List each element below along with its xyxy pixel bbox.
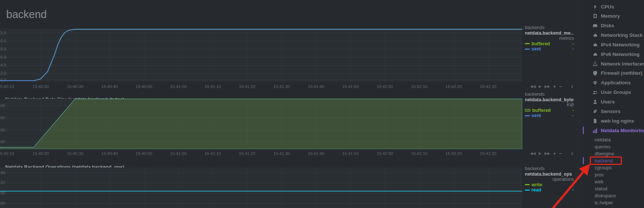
sidebar-subitem-netdata[interactable]: netdata	[582, 136, 644, 143]
sidebar-item-label: Sensors	[601, 109, 620, 114]
chart-plot-backend-bytes[interactable]: 00000000	[0, 99, 522, 149]
sidebar-item-label: Applications	[601, 80, 631, 85]
time-axis-label: 15:42:00	[377, 84, 393, 89]
time-axis-label: 15:41:20	[239, 84, 256, 89]
sidebar-subitem-label: proc	[595, 172, 604, 177]
cloud-icon	[592, 52, 598, 57]
sidebar-item-sensors[interactable]: Sensors	[582, 107, 644, 116]
chart-series	[0, 99, 522, 149]
chart-plot-backend-ops[interactable]: 40200080	[0, 168, 522, 208]
legend-series-sent[interactable]: sent-	[525, 46, 574, 52]
time-axis-label: 15:41:00	[170, 84, 187, 89]
sidebar-subitem-web[interactable]: web	[582, 178, 644, 185]
time-axis-label: 15:41:30	[273, 151, 290, 156]
sidebar-item-networking-stack[interactable]: Networking Stack	[582, 31, 644, 40]
sidebar-subitem-cgroups[interactable]: cgroups	[582, 164, 644, 171]
time-axis-label: 15:40:20	[32, 84, 49, 89]
sidebar-item-label: CPUs	[601, 4, 614, 10]
time-axis-label: 15:42:30	[480, 84, 496, 89]
sidebar-item-applications[interactable]: Applications	[582, 78, 644, 87]
legend-unit: KiB	[525, 102, 574, 108]
legend-series-value: -	[572, 108, 574, 113]
sidebar-item-ipv4-networking[interactable]: IPv4 Networking	[582, 40, 644, 49]
resize-handle-icon[interactable]: ▲▼	[571, 85, 574, 88]
legend-family: backends	[525, 25, 574, 31]
sidebar-item-network-interfaces[interactable]: Network Interfaces	[582, 59, 644, 68]
page-title: backend	[6, 8, 47, 21]
disk-icon	[592, 23, 598, 28]
legend-swatch-icon	[525, 49, 530, 50]
resize-handle-icon[interactable]: ▲▼	[571, 152, 574, 155]
legend-swatch-icon	[525, 184, 530, 185]
play-icon[interactable]: ▶	[539, 84, 541, 89]
time-axis-label: 5:40:10	[0, 151, 14, 156]
play-icon[interactable]: ▶	[539, 151, 541, 156]
time-axis-label: 15:41:00	[170, 151, 187, 156]
sidebar-subitem-label: tc.helper	[595, 200, 613, 205]
cloud-icon	[592, 42, 598, 47]
time-axis-label: 15:42:10	[411, 84, 427, 89]
time-axis-label: 15:41:10	[204, 151, 221, 156]
rewind-icon[interactable]: ◀◀	[530, 84, 536, 89]
legend-unit: metrics	[525, 36, 574, 41]
sidebar-subitem-statsd[interactable]: statsd	[582, 185, 644, 192]
sidebar-subitem-label: web	[595, 179, 603, 184]
sidebar-item-label: Network Interfaces	[601, 61, 644, 67]
sidebar-item-ipv6-networking[interactable]: IPv6 Networking	[582, 50, 644, 59]
line-series-buffered	[0, 29, 522, 81]
sidebar-subitem-label: diskspace	[595, 193, 616, 198]
chart-legend-backend-bytes: backends netdata.backend_bytes KiB buffe…	[525, 92, 574, 119]
sidebar-item-label: Firewall (netfilter)	[601, 70, 643, 76]
sidebar-item-users[interactable]: Users	[582, 98, 644, 106]
legend-series-label: buffered	[532, 108, 551, 113]
heartbeat-icon	[592, 80, 598, 85]
time-axis-label: 15:40:40	[101, 84, 118, 89]
zoom-out-icon[interactable]: −	[559, 151, 562, 156]
sidebar-item-memory[interactable]: Memory	[582, 12, 644, 21]
zoom-in-icon[interactable]: +	[553, 84, 556, 89]
rewind-icon[interactable]: ◀◀	[530, 151, 536, 156]
time-axis-label: 15:41:50	[342, 151, 359, 156]
sidebar-item-label: Networking Stack	[601, 32, 643, 38]
legend-series-value: -	[572, 46, 574, 52]
sidebar-item-disks[interactable]: Disks	[582, 21, 644, 30]
zoom-in-icon[interactable]: +	[553, 151, 556, 156]
time-axis-backend-bytes: 5:40:1015:40:2015:40:3015:40:4015:40:501…	[0, 151, 522, 157]
sidebar-subitem-proc[interactable]: proc	[582, 171, 644, 178]
sidebar-item-label: Memory	[601, 13, 620, 19]
sidebar-subitem-queries[interactable]: queries	[582, 143, 644, 150]
sidebar-subitem-diskspace[interactable]: diskspace	[582, 192, 644, 199]
sidebar-item-label: Disks	[601, 23, 614, 28]
sidebar-subitem-tc-helper[interactable]: tc.helper	[582, 199, 644, 206]
time-axis-label: 15:41:10	[204, 84, 221, 89]
sidebar-item-user-groups[interactable]: User Groups	[582, 88, 644, 97]
time-axis-label: 15:42:20	[446, 84, 462, 89]
sidebar-item-netdata-monitoring[interactable]: Netdata Monitoring	[582, 126, 644, 135]
zoom-out-icon[interactable]: −	[559, 84, 562, 89]
legend-series-buffered[interactable]: buffered-	[525, 108, 574, 113]
legend-series-sent[interactable]: sent-	[525, 113, 574, 119]
time-axis-label: 15:40:50	[136, 151, 152, 156]
legend-chart-id: netdata.backend_me…	[525, 31, 574, 36]
chart-plot-backend-metrics[interactable]: 2.00.08.06.04.02.00.0	[0, 29, 522, 82]
sidebar-item-cpus[interactable]: CPUs	[582, 2, 644, 11]
fast-forward-icon[interactable]: ▶▶	[544, 84, 550, 89]
sidebar-subitem-label: queries	[595, 144, 610, 149]
user-icon	[592, 99, 598, 105]
time-axis-label: 15:40:30	[67, 151, 83, 156]
sidebar-subitem-label: statsd	[595, 186, 607, 191]
legend-series-label: read	[532, 187, 541, 193]
legend-swatch-icon	[525, 43, 530, 44]
legend-family: backends	[525, 92, 574, 97]
sidebar-item-firewall-netfilter[interactable]: Firewall (netfilter)	[582, 69, 644, 78]
chart-series	[0, 29, 522, 82]
sidebar-item-label: web log nginx	[601, 118, 634, 124]
legend-series-label: sent	[532, 113, 541, 119]
legend-swatch-icon	[525, 115, 530, 116]
legend-series-read[interactable]: read-	[525, 187, 574, 193]
legend-series-buffered[interactable]: buffered-	[525, 41, 574, 47]
fast-forward-icon[interactable]: ▶▶	[544, 151, 550, 156]
legend-series-value: -	[572, 41, 574, 47]
legend-series-write[interactable]: write-	[525, 182, 574, 188]
sidebar-item-web-log-nginx[interactable]: web log nginx	[582, 116, 644, 125]
